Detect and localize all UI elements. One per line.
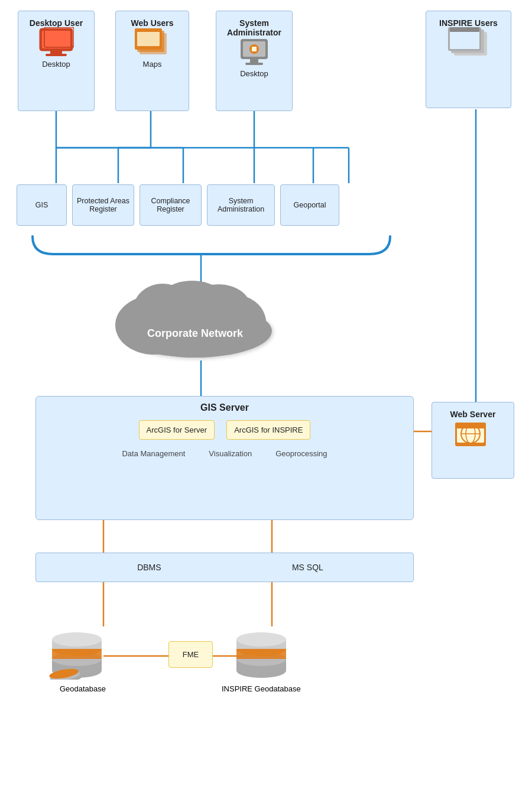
geodatabase-label: Geodatabase xyxy=(47,684,118,693)
svg-rect-54 xyxy=(455,423,486,428)
gis-server-container: GIS Server ArcGIS for Server ArcGIS for … xyxy=(35,396,414,520)
web-users-title: Web Users xyxy=(119,18,185,28)
app-compliance: Compliance Register xyxy=(140,184,202,226)
system-admin-user-title: System Administrator xyxy=(220,18,288,37)
svg-rect-33 xyxy=(137,32,160,46)
geoprocessing-label: Geoprocessing xyxy=(275,449,327,458)
svg-rect-36 xyxy=(250,59,258,63)
inspire-users-icon xyxy=(430,28,507,57)
app-system-admin-label: System Administration xyxy=(210,197,272,213)
desktop-user-icon xyxy=(22,28,90,57)
app-protected-areas: Protected Areas Register xyxy=(72,184,134,226)
data-mgmt-label: Data Management xyxy=(122,449,185,458)
arcgis-inspire-box: ArcGIS for INSPIRE xyxy=(226,420,310,440)
svg-rect-43 xyxy=(450,32,479,49)
visualization-label: Visualization xyxy=(209,449,252,458)
mssql-label: MS SQL xyxy=(292,563,323,572)
inspire-users-box: INSPIRE Users xyxy=(426,11,511,108)
fme-box: FME xyxy=(168,641,213,668)
inspire-geodatabase-area: INSPIRE Geodatabase xyxy=(222,626,301,693)
svg-rect-44 xyxy=(450,27,479,32)
fme-area: FME xyxy=(168,641,213,668)
web-users-sub: Maps xyxy=(119,60,185,69)
desktop-user-title: Desktop User xyxy=(22,18,90,28)
corporate-network: Corporate Network xyxy=(95,269,296,363)
svg-rect-39 xyxy=(252,47,257,51)
arcgis-server-box: ArcGIS for Server xyxy=(139,420,215,440)
app-compliance-label: Compliance Register xyxy=(142,197,199,213)
svg-point-64 xyxy=(52,632,102,647)
svg-text:Corporate Network: Corporate Network xyxy=(147,327,244,339)
app-system-admin: System Administration xyxy=(207,184,275,226)
geodatabase-area: Geodatabase xyxy=(47,626,118,693)
web-users-box: Web Users Maps xyxy=(115,11,189,111)
web-users-icon xyxy=(119,28,185,57)
svg-point-74 xyxy=(236,632,286,647)
desktop-user-box: Desktop User Desktop xyxy=(18,11,95,111)
dbms-mssql-box: DBMS MS SQL xyxy=(35,553,414,582)
arcgis-server-label: ArcGIS for Server xyxy=(147,426,207,434)
dbms-label: DBMS xyxy=(137,563,161,572)
system-admin-user-box: System Administrator Desktop xyxy=(216,11,293,111)
inspire-geodatabase-label: INSPIRE Geodatabase xyxy=(222,684,301,693)
desktop-user-sub: Desktop xyxy=(22,60,90,69)
system-admin-icon xyxy=(220,37,288,67)
svg-point-50 xyxy=(186,284,251,334)
app-geoportal-label: Geoportal xyxy=(294,201,326,209)
system-admin-sub: Desktop xyxy=(220,69,288,78)
architecture-diagram: Desktop User Desktop Web Users xyxy=(0,0,532,786)
gis-server-title: GIS Server xyxy=(42,402,407,413)
app-protected-areas-label: Protected Areas Register xyxy=(75,197,131,213)
fme-label: FME xyxy=(183,650,199,659)
svg-rect-28 xyxy=(46,54,67,56)
app-gis: GIS xyxy=(17,184,67,226)
svg-rect-37 xyxy=(245,63,263,65)
web-server-box: Web Server xyxy=(432,402,514,479)
app-geoportal: Geoportal xyxy=(280,184,339,226)
app-gis-label: GIS xyxy=(35,201,48,209)
web-server-icon xyxy=(436,419,510,449)
inspire-users-title: INSPIRE Users xyxy=(430,18,507,28)
arcgis-inspire-label: ArcGIS for INSPIRE xyxy=(234,426,303,434)
svg-rect-26 xyxy=(42,31,70,48)
